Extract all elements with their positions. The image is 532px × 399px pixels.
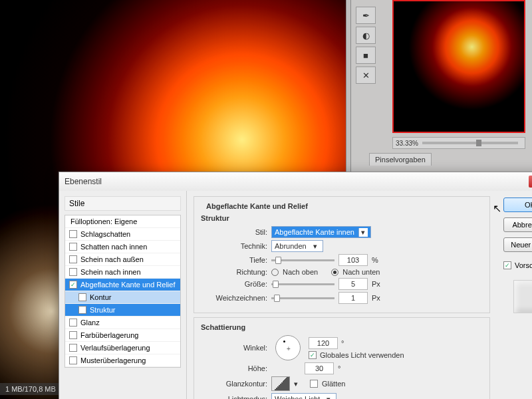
preview-checkbox-row: ✓ Vorschau <box>503 261 532 269</box>
zoom-bar: 33.33% <box>392 137 525 149</box>
style-gradient-overlay[interactable]: Verlaufsüberlagerung <box>65 342 180 354</box>
lichtmodus-select[interactable]: Weiches Licht▾ <box>271 393 336 399</box>
settings-column: Abgeflachte Kante und Relief Struktur St… <box>187 191 497 399</box>
layer-style-dialog: Ebenenstil x Stile Fülloptionen: Eigene … <box>59 172 532 399</box>
contour-picker[interactable] <box>271 376 290 391</box>
ok-button[interactable]: OK <box>503 198 532 212</box>
tool-icon-crossed[interactable]: ✕ <box>356 66 376 84</box>
style-pattern-overlay[interactable]: Musterüberlagerung <box>65 354 180 367</box>
style-inner-glow[interactable]: Schein nach innen <box>65 266 180 279</box>
tiefe-input[interactable]: 103 <box>338 254 368 266</box>
lichtmodus-field: Lichtmodus: Weiches Licht▾ <box>201 393 483 399</box>
close-button[interactable]: x <box>529 176 532 188</box>
new-style-button[interactable]: Neuer Stil... <box>503 237 532 252</box>
zoom-value: 33.33% <box>396 140 418 147</box>
status-bar: 1 MB/170,8 MB <box>0 383 61 395</box>
style-contour[interactable]: Kontur <box>65 291 180 304</box>
style-color-overlay[interactable]: Farbüberlagerung <box>65 329 180 342</box>
style-inner-shadow[interactable]: Schatten nach innen <box>65 241 180 253</box>
hoehe-field: Höhe: 30 ° <box>201 362 483 374</box>
weich-field: Weichzeichnen: 1 Px <box>201 292 483 304</box>
panel-tab[interactable]: Pinselvorgaben <box>369 153 432 166</box>
technik-select[interactable]: Abrunden▾ <box>271 240 323 252</box>
checkbox[interactable] <box>69 230 77 238</box>
styles-column: Stile Fülloptionen: Eigene Schlagschatte… <box>59 191 187 399</box>
schattierung-legend: Schattierung <box>201 323 483 331</box>
style-satin[interactable]: Glanz <box>65 317 180 329</box>
schattierung-fieldset: Schattierung Winkel: 120 ° ✓ Globales Li… <box>194 317 490 399</box>
section-legend: Abgeflachte Kante und Relief <box>203 202 311 210</box>
weich-input[interactable]: 1 <box>338 292 368 304</box>
global-light-checkbox[interactable]: ✓ <box>309 351 317 359</box>
stil-field: Stil: Abgeflachte Kante innen▾ <box>201 226 483 238</box>
chevron-down-icon: ▾ <box>324 395 333 400</box>
panel-divider[interactable] <box>346 0 351 180</box>
buttons-column: OK Abbrechen Neuer Stil... ✓ Vorschau <box>497 191 532 399</box>
hoehe-input[interactable]: 30 <box>305 362 334 374</box>
cancel-button[interactable]: Abbrechen <box>503 217 532 232</box>
preview-swatch <box>513 280 532 313</box>
chevron-down-icon: ▾ <box>311 242 320 251</box>
checkbox[interactable] <box>69 331 77 339</box>
weich-slider[interactable] <box>271 293 334 303</box>
chevron-down-icon: ▾ <box>358 228 368 237</box>
checkbox[interactable] <box>78 306 86 314</box>
bevel-fieldset: Abgeflachte Kante und Relief Struktur St… <box>194 196 490 313</box>
styles-header: Stile <box>65 196 181 211</box>
checkbox[interactable] <box>69 255 77 263</box>
winkel-input[interactable]: 120 <box>309 337 338 349</box>
style-texture[interactable]: Struktur <box>65 304 180 317</box>
preview-checkbox[interactable]: ✓ <box>503 261 511 269</box>
chevron-down-icon: ▾ <box>294 380 298 388</box>
glanzkontur-field: Glanzkontur: ▾ Glätten <box>201 376 483 391</box>
checkbox[interactable] <box>69 268 77 276</box>
glaetten-checkbox[interactable] <box>310 380 318 388</box>
style-drop-shadow[interactable]: Schlagschatten <box>65 228 180 241</box>
checkbox[interactable] <box>69 356 77 364</box>
struktur-legend: Struktur <box>201 214 483 222</box>
winkel-field: Winkel: 120 ° ✓ Globales Licht verwenden <box>201 335 483 360</box>
angle-control[interactable] <box>275 335 301 360</box>
radio-down[interactable] <box>331 269 338 276</box>
style-blend-options[interactable]: Fülloptionen: Eigene <box>65 215 180 228</box>
groesse-field: Größe: 5 Px <box>201 278 483 290</box>
tool-icon-contrast[interactable]: ◐ <box>356 27 376 44</box>
dialog-titlebar[interactable]: Ebenenstil x <box>59 172 532 191</box>
style-outer-glow[interactable]: Schein nach außen <box>65 253 180 266</box>
tool-icon-camera[interactable]: ■ <box>356 47 376 64</box>
checkbox[interactable] <box>69 319 77 327</box>
tool-icon-eyedropper[interactable]: ✒ <box>356 7 376 24</box>
style-bevel[interactable]: ✓Abgeflachte Kante und Relief <box>65 279 180 291</box>
radio-up[interactable] <box>271 269 279 276</box>
checkbox[interactable] <box>78 293 86 301</box>
checkbox[interactable] <box>69 243 77 251</box>
groesse-slider[interactable] <box>271 279 334 289</box>
tool-strip: ✒ ◐ ■ ✕ <box>356 7 377 84</box>
technik-field: Technik: Abrunden▾ <box>201 240 483 252</box>
preview-thumbnail[interactable] <box>392 0 525 133</box>
checkbox[interactable] <box>69 344 77 352</box>
zoom-slider[interactable] <box>422 142 518 144</box>
richtung-field: Richtung: Nach oben Nach unten <box>201 268 483 276</box>
checkbox[interactable]: ✓ <box>69 281 77 289</box>
tiefe-field: Tiefe: 103 % <box>201 254 483 266</box>
dialog-title: Ebenenstil <box>65 177 102 186</box>
stil-select[interactable]: Abgeflachte Kante innen▾ <box>271 226 371 238</box>
tiefe-slider[interactable] <box>271 255 334 265</box>
styles-list: Fülloptionen: Eigene Schlagschatten Scha… <box>65 215 181 368</box>
groesse-input[interactable]: 5 <box>338 278 368 290</box>
